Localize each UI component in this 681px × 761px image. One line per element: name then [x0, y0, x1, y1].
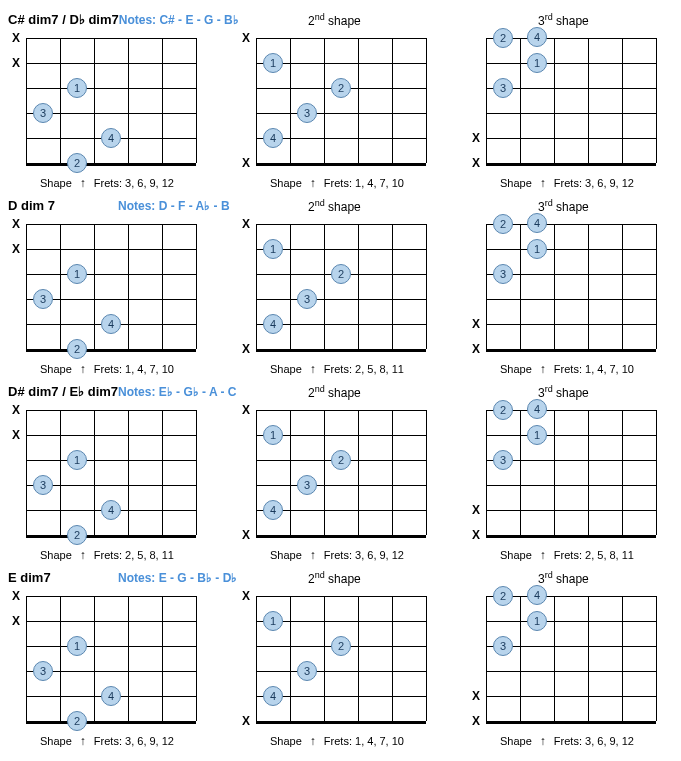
notes-value: C# - E - G - B♭ [159, 13, 238, 27]
shape3-ord: rd [545, 198, 553, 208]
chord-name: D# dim7 / E♭ dim7 [8, 384, 118, 399]
frets-value: 3, 6, 9, 12 [355, 549, 404, 561]
finger-dot: 4 [527, 399, 547, 419]
finger-dot: 2 [331, 636, 351, 656]
diagram-footer: Shape↑Frets: 3, 6, 9, 12 [468, 734, 666, 748]
arrow-up-icon: ↑ [80, 548, 86, 562]
shape3-label: 3rd shape [538, 384, 589, 400]
diagram-footer: Shape↑Frets: 3, 6, 9, 12 [8, 734, 206, 748]
diagram-row: XX1342Shape↑Frets: 1, 4, 7, 10XX1432Shap… [8, 218, 673, 376]
finger-dot: 4 [101, 686, 121, 706]
finger-dot: 3 [493, 636, 513, 656]
finger-dot: 3 [33, 289, 53, 309]
arrow-up-icon: ↑ [310, 176, 316, 190]
diagram-cell: XX4231Shape↑Frets: 1, 4, 7, 10 [468, 218, 666, 376]
diagram-row: XX1342Shape↑Frets: 3, 6, 9, 12XX1432Shap… [8, 590, 673, 748]
shape2-label: 2nd shape [308, 198, 361, 214]
muted-string-mark: X [242, 157, 250, 169]
shape3-word: shape [553, 386, 589, 400]
notes-prefix: Notes: [118, 571, 155, 585]
chord-diagram: XX4231 [468, 32, 666, 172]
chord-diagram: XX1432 [238, 218, 436, 358]
shape3-label: 3rd shape [538, 198, 589, 214]
finger-dot: 2 [67, 153, 87, 173]
notes-value: E - G - B♭ - D♭ [159, 571, 238, 585]
frets-prefix: Frets: [94, 549, 122, 561]
muted-string-mark: X [472, 132, 480, 144]
frets-prefix: Frets: [94, 177, 122, 189]
finger-dot: 3 [493, 264, 513, 284]
chord-diagram: XX1342 [8, 32, 206, 172]
footer-frets: Frets: 2, 5, 8, 11 [324, 363, 404, 375]
chord-diagram: XX1342 [8, 404, 206, 544]
frets-value: 1, 4, 7, 10 [585, 363, 634, 375]
diagram-cell: XX1342Shape↑Frets: 1, 4, 7, 10 [8, 218, 206, 376]
frets-value: 1, 4, 7, 10 [355, 177, 404, 189]
chord-diagram: XX4231 [468, 404, 666, 544]
footer-shape-label: Shape [40, 549, 72, 561]
footer-shape-label: Shape [270, 549, 302, 561]
notes-value: E♭ - G♭ - A - C [159, 385, 237, 399]
arrow-up-icon: ↑ [80, 362, 86, 376]
muted-string-mark: X [12, 615, 20, 627]
shape3-ord: rd [545, 384, 553, 394]
diagram-cell: XX4231Shape↑Frets: 2, 5, 8, 11 [468, 404, 666, 562]
footer-frets: Frets: 3, 6, 9, 12 [554, 177, 634, 189]
shape2-num: 2 [308, 572, 315, 586]
muted-string-mark: X [12, 32, 20, 44]
frets-prefix: Frets: [94, 735, 122, 747]
shape3-num: 3 [538, 386, 545, 400]
frets-prefix: Frets: [554, 549, 582, 561]
diagram-footer: Shape↑Frets: 1, 4, 7, 10 [468, 362, 666, 376]
shape2-ord: nd [315, 384, 325, 394]
chord-row: D dim 7Notes: D - F - A♭ - B2nd shape3rd… [8, 198, 673, 376]
chord-name: C# dim7 / D♭ dim7 [8, 12, 119, 27]
finger-dot: 2 [493, 586, 513, 606]
muted-string-mark: X [12, 590, 20, 602]
muted-string-mark: X [242, 218, 250, 230]
finger-dot: 4 [263, 686, 283, 706]
finger-dot: 1 [263, 239, 283, 259]
frets-prefix: Frets: [324, 735, 352, 747]
finger-dot: 2 [67, 339, 87, 359]
finger-dot: 3 [297, 661, 317, 681]
diagram-cell: XX1342Shape↑Frets: 3, 6, 9, 12 [8, 590, 206, 748]
shape3-label: 3rd shape [538, 12, 589, 28]
notes-prefix: Notes: [119, 13, 156, 27]
chord-notes: Notes: C# - E - G - B♭ [119, 13, 239, 27]
muted-string-mark: X [12, 404, 20, 416]
arrow-up-icon: ↑ [80, 176, 86, 190]
shape3-word: shape [553, 200, 589, 214]
diagram-footer: Shape↑Frets: 2, 5, 8, 11 [238, 362, 436, 376]
muted-string-mark: X [242, 715, 250, 727]
muted-string-mark: X [12, 429, 20, 441]
frets-prefix: Frets: [554, 363, 582, 375]
footer-shape-label: Shape [500, 735, 532, 747]
shape3-word: shape [553, 14, 589, 28]
finger-dot: 2 [331, 78, 351, 98]
footer-shape-label: Shape [270, 735, 302, 747]
finger-dot: 3 [33, 103, 53, 123]
diagram-cell: XX4231Shape↑Frets: 3, 6, 9, 12 [468, 590, 666, 748]
chord-diagram: XX1342 [8, 218, 206, 358]
muted-string-mark: X [472, 504, 480, 516]
muted-string-mark: X [242, 32, 250, 44]
finger-dot: 2 [331, 450, 351, 470]
diagram-footer: Shape↑Frets: 3, 6, 9, 12 [8, 176, 206, 190]
finger-dot: 2 [67, 525, 87, 545]
shape2-word: shape [325, 14, 361, 28]
diagram-cell: XX1432Shape↑Frets: 1, 4, 7, 10 [238, 590, 436, 748]
arrow-up-icon: ↑ [540, 176, 546, 190]
shape2-num: 2 [308, 386, 315, 400]
frets-value: 2, 5, 8, 11 [125, 549, 174, 561]
finger-dot: 4 [101, 128, 121, 148]
diagram-cell: XX1432Shape↑Frets: 1, 4, 7, 10 [238, 32, 436, 190]
shape2-word: shape [325, 386, 361, 400]
frets-value: 3, 6, 9, 12 [125, 177, 174, 189]
notes-prefix: Notes: [118, 199, 155, 213]
finger-dot: 2 [493, 28, 513, 48]
footer-shape-label: Shape [40, 735, 72, 747]
chord-diagram: XX4231 [468, 218, 666, 358]
notes-prefix: Notes: [118, 385, 155, 399]
finger-dot: 1 [527, 611, 547, 631]
